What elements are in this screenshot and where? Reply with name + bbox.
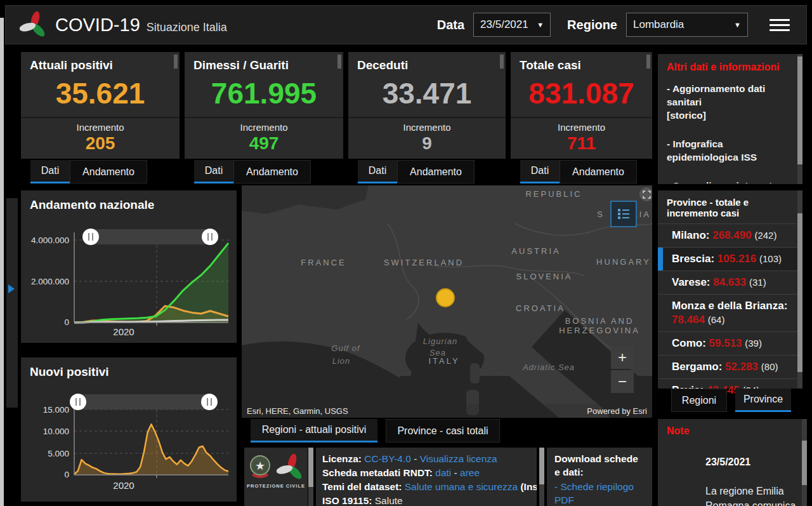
slider-handle-left[interactable] — [82, 229, 99, 245]
tab-andamento[interactable]: Andamento — [70, 160, 147, 183]
province-increment: (103) — [759, 253, 782, 264]
nuovi-positivi-title: Nuovi positivi — [21, 357, 237, 379]
footer-scrollbar[interactable] — [308, 448, 313, 506]
slider-handle-right[interactable] — [202, 229, 218, 245]
tab-dati[interactable]: Dati — [520, 160, 560, 183]
province-increment: (64) — [708, 314, 725, 325]
tab-dati[interactable]: Dati — [358, 160, 397, 183]
date-select[interactable]: 23/5/2021 ▼ — [473, 13, 551, 37]
footer-logo-panel: ★ PROTEZIONE CIVILE — [244, 448, 308, 506]
map-zoom-in-button[interactable]: + — [611, 346, 634, 369]
menu-icon[interactable] — [769, 16, 790, 34]
tab-regioni-attuali-positivi[interactable]: Regioni - attuali positivi — [251, 419, 377, 443]
province-name: Varese: — [672, 276, 713, 288]
province-name: Como: — [672, 337, 709, 349]
card-tabbar: DatiAndamento — [30, 160, 147, 183]
stat-card-title: Attuali positivi — [21, 52, 180, 72]
svg-text:5.000: 5.000 — [48, 449, 69, 458]
app-subtitle: Situazione Italia — [147, 16, 227, 34]
stat-card-2: Deceduti33.471Incremento9 — [348, 52, 506, 159]
note-scrollbar[interactable] — [802, 419, 807, 506]
note-body: 23/5/2021 La regione Emilia Romagna comu… — [705, 440, 801, 506]
map-zoom-out-button[interactable]: − — [611, 370, 634, 393]
time-range-slider[interactable] — [91, 229, 210, 244]
collapsed-sidebar — [6, 198, 18, 408]
legend-icon[interactable] — [610, 201, 637, 227]
regione-label: Regione — [567, 18, 617, 32]
license-text: (Inspire) - — [518, 481, 537, 492]
footer-scrollbar[interactable] — [539, 448, 544, 506]
increment-label: Incremento — [348, 122, 506, 133]
tab-province-casi-totali[interactable]: Province - casi totali — [386, 419, 500, 443]
stat-card-0: Attuali positivi35.621Incremento205 — [21, 52, 180, 159]
map-attribution-sources: Esri, HERE, Garmin, USGS — [247, 406, 348, 416]
tab-dati[interactable]: Dati — [194, 160, 233, 183]
andamento-nazionale-panel: Andamento nazionale 4.000.000 2.000.000 … — [21, 190, 237, 343]
license-link[interactable]: Salute umana e sicurezza — [402, 481, 518, 492]
tab-province[interactable]: Province — [735, 389, 791, 412]
license-link[interactable]: Visualizza licenza — [420, 453, 497, 464]
altri-dati-link[interactable]: - Aggiornamento dati sanitari [storico] — [667, 82, 786, 122]
map-canvas[interactable]: REPUBLICSKIAFRANCESWITZERLANDAUSTRIAHUNG… — [242, 185, 652, 418]
map-label-republic: REPUBLIC — [525, 189, 582, 199]
license-link[interactable]: aree — [460, 467, 480, 478]
card-scrollbar[interactable] — [646, 55, 650, 69]
province-row[interactable]: Varese: 84.633 (31) — [658, 270, 802, 294]
region-select[interactable]: Lombardia ▼ — [626, 13, 748, 37]
province-scrollbar[interactable] — [797, 190, 802, 389]
tab-dati[interactable]: Dati — [30, 160, 70, 183]
license-link[interactable]: CC-BY-4.0 — [362, 453, 411, 464]
tab-andamento[interactable]: Andamento — [560, 160, 637, 183]
province-total: 52.283 — [725, 361, 761, 373]
license-text: - — [451, 467, 460, 478]
province-tabbar: RegioniProvince — [671, 389, 791, 412]
tab-regioni[interactable]: Regioni — [671, 389, 727, 412]
license-text: Salute — [372, 495, 402, 506]
svg-text:10.000: 10.000 — [43, 427, 69, 436]
download-link[interactable]: - Schede riepilogo PDF — [554, 480, 645, 506]
expand-sidebar-icon[interactable] — [8, 284, 15, 293]
province-total: 105.216 — [717, 253, 759, 265]
andamento-nazionale-chart: 4.000.000 2.000.000 0 2020 — [21, 190, 237, 343]
time-range-slider[interactable] — [78, 394, 209, 409]
region-marker[interactable] — [436, 288, 455, 307]
download-panel: Download schede e dati: - Schede riepilo… — [547, 448, 652, 506]
slider-handle-left[interactable] — [70, 394, 86, 410]
svg-text:4.000.000: 4.000.000 — [31, 236, 69, 245]
stat-card-1: Dimessi / Guariti761.995Incremento497 — [185, 52, 343, 159]
date-select-value: 23/5/2021 — [480, 18, 528, 31]
altri-dati-link[interactable]: - Infografica epidemiologica ISS — [667, 137, 786, 164]
province-row[interactable]: Como: 59.513 (39) — [658, 331, 802, 355]
svg-text:2.000.000: 2.000.000 — [31, 277, 69, 286]
card-divider — [185, 117, 343, 118]
province-panel: Province - totale e incremento casi Mila… — [658, 190, 802, 389]
license-link[interactable]: dati — [433, 467, 451, 478]
svg-text:2020: 2020 — [113, 480, 134, 491]
card-scrollbar[interactable] — [337, 55, 341, 69]
card-tabbar: DatiAndamento — [194, 160, 311, 183]
increment-value: 497 — [185, 133, 343, 154]
map-label-austria: AUSTRIA — [511, 246, 560, 256]
altri-dati-link[interactable]: - Sorveglianza integrata ISS — [667, 179, 786, 183]
andamento-nazionale-title: Andamento nazionale — [21, 190, 237, 212]
province-row[interactable]: Bergamo: 52.283 (80) — [658, 355, 802, 378]
card-scrollbar[interactable] — [500, 55, 504, 69]
card-scrollbar[interactable] — [174, 55, 178, 69]
province-row[interactable]: Monza e della Brianza: 78.464 (64) — [658, 294, 802, 331]
tab-andamento[interactable]: Andamento — [233, 160, 311, 183]
province-name: Brescia: — [672, 253, 717, 265]
tab-andamento[interactable]: Andamento — [397, 160, 475, 183]
chevron-down-icon: ▼ — [734, 21, 741, 29]
license-line: ISO 19115: Salute — [322, 494, 530, 506]
note-title: Note — [667, 425, 690, 437]
province-row[interactable]: Milano: 268.490 (242) — [658, 223, 802, 247]
province-name: Milano: — [672, 229, 712, 241]
stat-card-3: Totale casi831.087Incremento711 — [511, 52, 652, 159]
altri-dati-panel: Altri dati e informazioni - Aggiornament… — [658, 54, 802, 184]
expand-icon[interactable] — [639, 187, 652, 201]
province-name: Monza e della Brianza: — [672, 300, 787, 312]
map-label-gulf-of: Gulf of — [331, 343, 360, 353]
province-row[interactable]: Brescia: 105.216 (103) — [658, 247, 802, 270]
slider-handle-right[interactable] — [201, 394, 218, 410]
altri-dati-scrollbar[interactable] — [797, 54, 802, 184]
